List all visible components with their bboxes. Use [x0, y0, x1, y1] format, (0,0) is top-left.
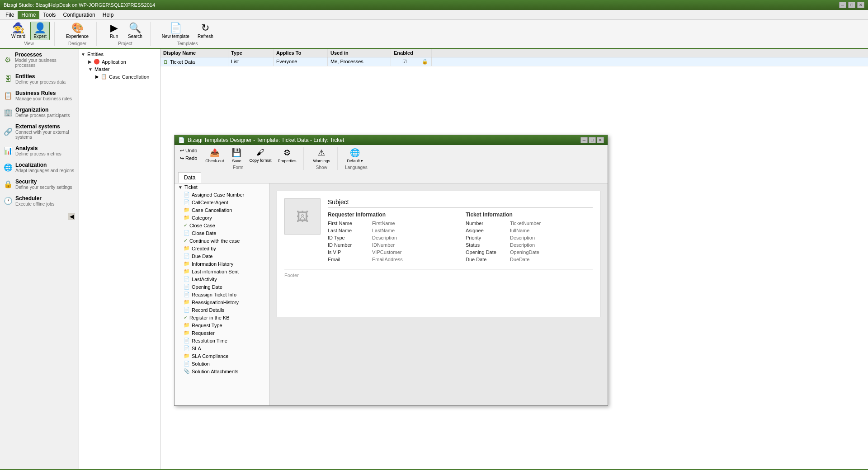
properties-button[interactable]: ⚙ Properties [276, 147, 298, 164]
default-language-button[interactable]: 🌐 Default ▾ [345, 147, 365, 164]
tree-item-solution[interactable]: 📄 Solution [175, 360, 269, 367]
ticket-data-usedin: Me, Processes [328, 57, 391, 66]
sidebar-item-scheduler[interactable]: 🕐 Scheduler Execute offline jobs [0, 193, 79, 209]
tree-item-assigned-case-number[interactable]: 📄 Assigned Case Number [175, 191, 269, 198]
ticket-expander[interactable]: ▼ [178, 185, 183, 190]
lastname-value: LastName [372, 228, 395, 233]
application-node[interactable]: ▶ 🔴 Application [81, 58, 158, 66]
save-button[interactable]: 💾 Save [228, 147, 245, 164]
ticket-data-label: Ticket Data [170, 59, 195, 65]
master-node[interactable]: ▼ Master [81, 66, 158, 73]
menu-home[interactable]: Home [18, 11, 39, 19]
tree-item-register-kb[interactable]: ✓ Register in the KB [175, 314, 269, 321]
refresh-button[interactable]: ↻ Refresh [194, 22, 217, 40]
case-cancellation-node[interactable]: ▶ 📋 Case Cancellation [81, 73, 158, 80]
tree-item-solution-attachments[interactable]: 📎 Solution Attachments [175, 367, 269, 375]
scheduler-icon: 🕐 [4, 197, 13, 205]
experience-label: Experience [66, 34, 89, 39]
warnings-button[interactable]: ⚠ Warnings [311, 147, 332, 164]
application-expander[interactable]: ▶ [88, 59, 92, 64]
menu-help[interactable]: Help [99, 11, 118, 19]
run-icon: ▶ [110, 23, 118, 33]
data-panel: ▼ Ticket 📄 Assigned Case Number 📄 CallCe… [175, 183, 269, 405]
search-button[interactable]: 🔍 Search [125, 22, 146, 40]
firstname-label: First Name [328, 221, 368, 226]
sidebar-collapse-button[interactable]: ◀ [68, 213, 75, 220]
undo-button[interactable]: ↩ Undo [178, 147, 199, 155]
dialog-minimize-button[interactable]: ─ [580, 137, 588, 143]
sidebar-item-processes[interactable]: ⚙ Processes Model your business processe… [0, 49, 79, 70]
tree-item-callcenteragent[interactable]: 📄 CallCenterAgent [175, 198, 269, 206]
experience-button[interactable]: 🎨 Experience [63, 22, 92, 40]
expert-button[interactable]: 👤 Expert [30, 22, 50, 40]
tree-item-record-details[interactable]: 📄 Record Details [175, 306, 269, 314]
sidebar-item-localization[interactable]: 🌐 Localization Adapt languages and regio… [0, 159, 79, 176]
tree-item-sla-compliance[interactable]: 📁 SLA Compliance [175, 352, 269, 360]
tree-item-last-activity[interactable]: 📄 LastActivity [175, 275, 269, 283]
tree-item-case-cancellation[interactable]: 📁 Case Cancellation [175, 206, 269, 214]
tree-item-opening-date[interactable]: 📄 Opening Date [175, 283, 269, 291]
new-template-label: New template [162, 34, 189, 39]
run-button[interactable]: ▶ Run [105, 22, 123, 40]
sidebar-item-organization[interactable]: 🏢 Organization Define process participan… [0, 104, 79, 121]
ribbon-group-templates: 📄 New template ↻ Refresh Templates [154, 22, 221, 46]
entities-root-node[interactable]: ▼ Entities [81, 51, 158, 58]
case-cancellation-expander[interactable]: ▶ [95, 74, 99, 79]
asignee-value: fullName [510, 228, 529, 233]
business-rules-icon: 📋 [4, 91, 13, 100]
organization-title: Organization [15, 107, 70, 113]
external-systems-title: External systems [15, 123, 75, 130]
master-expander[interactable]: ▼ [88, 67, 93, 72]
tree-item-last-information-sent[interactable]: 📁 Last information Sent [175, 268, 269, 275]
close-button[interactable]: ✕ [857, 2, 864, 8]
sidebar-item-security[interactable]: 🔒 Security Define your security settings [0, 176, 79, 193]
localization-title: Localization [15, 162, 74, 168]
sidebar-item-external-systems[interactable]: 🔗 External systems Connect with your ext… [0, 121, 79, 142]
field-row-isvip: Is VIP VIPCustomer [328, 249, 455, 255]
solution-attachments-label: Solution Attachments [192, 369, 238, 374]
entities-expander[interactable]: ▼ [81, 52, 85, 57]
redo-button[interactable]: ↪ Redo [178, 155, 199, 162]
tree-root-ticket[interactable]: ▼ Ticket [175, 183, 269, 191]
opening-date-label: Opening Date [192, 284, 222, 290]
dialog-form-buttons: ↩ Undo ↪ Redo 📤 Check-out 💾 Save [178, 147, 298, 164]
solution-label: Solution [192, 361, 210, 367]
case-cancellation-tree-icon: 📁 [184, 207, 190, 213]
ribbon-group-designer: 🎨 Experience Designer [58, 22, 97, 46]
maximize-button[interactable]: □ [848, 2, 855, 8]
tree-item-category[interactable]: 📁 Category [175, 214, 269, 221]
checkout-button[interactable]: 📤 Check-out [203, 147, 226, 164]
minimize-button[interactable]: ─ [839, 2, 846, 8]
ribbon-view-buttons: 🧙 Wizard 👤 Expert [8, 22, 50, 40]
dialog-maximize-button[interactable]: □ [589, 137, 596, 143]
menu-configuration[interactable]: Configuration [59, 11, 99, 19]
copy-format-button[interactable]: 🖌 Copy format [247, 147, 273, 164]
tree-item-request-type[interactable]: 📁 Request Type [175, 321, 269, 329]
table-row[interactable]: 🗒 Ticket Data List Everyone Me, Processe… [160, 57, 868, 66]
tree-item-information-history[interactable]: 📁 Information History [175, 260, 269, 268]
tree-item-sla[interactable]: 📄 SLA [175, 344, 269, 352]
tree-item-resolution-time[interactable]: 📄 Resolution Time [175, 337, 269, 344]
sidebar-item-analysis[interactable]: 📊 Analysis Define process metrics [0, 142, 79, 159]
menu-tools[interactable]: Tools [39, 11, 59, 19]
dialog-close-button[interactable]: ✕ [597, 137, 604, 143]
tree-item-requester[interactable]: 📁 Requester [175, 329, 269, 337]
ticket-data-lock[interactable]: 🔒 [418, 57, 432, 66]
category-icon: 📁 [184, 215, 190, 221]
wizard-button[interactable]: 🧙 Wizard [8, 22, 28, 40]
tree-item-reassignation-history[interactable]: 📁 ReassignationHistory [175, 298, 269, 306]
tab-data[interactable]: Data [178, 172, 201, 183]
sidebar-item-business-rules[interactable]: 📋 Business Rules Manage your business ru… [0, 87, 79, 104]
tree-item-due-date[interactable]: 📄 Due Date [175, 252, 269, 260]
tree-item-reassign-ticket-info[interactable]: 📄 Reassign Ticket Info [175, 291, 269, 298]
dialog-form-group: ↩ Undo ↪ Redo 📤 Check-out 💾 Save [178, 147, 304, 170]
tree-item-close-case[interactable]: ✓ Close Case [175, 221, 269, 229]
sidebar-item-entities[interactable]: 🗄 Entities Define your process data [0, 70, 79, 87]
save-label: Save [232, 159, 241, 163]
tree-item-continue-with-case[interactable]: ✓ Continue with the case [175, 237, 269, 244]
tree-item-close-date[interactable]: 📄 Close Date [175, 229, 269, 237]
tree-item-created-by[interactable]: 📁 Created by [175, 244, 269, 252]
menu-file[interactable]: File [2, 11, 18, 19]
dialog-languages-group: 🌐 Default ▾ Languages [345, 147, 373, 170]
new-template-button[interactable]: 📄 New template [159, 22, 193, 40]
